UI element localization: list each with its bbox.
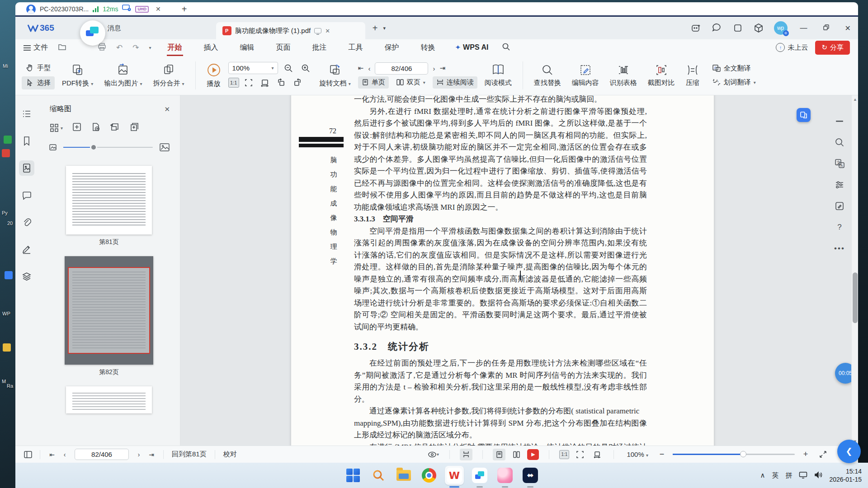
vertical-scrollbar[interactable]: ▲ ▼ [851, 95, 858, 446]
close-button[interactable]: ✕ [842, 24, 854, 33]
full-text-translate-button[interactable]: A 全文翻译 [708, 62, 760, 75]
panel-close-icon[interactable]: ✕ [164, 105, 170, 113]
select-tool-button[interactable]: 选择 [22, 76, 55, 89]
translate-tool-icon[interactable]: 文A [834, 158, 845, 169]
new-session-button[interactable]: + [182, 4, 187, 14]
larger-thumbs-icon[interactable] [159, 143, 170, 152]
customer-service-bubble[interactable]: ❮ [837, 440, 861, 463]
thumbnail-page-image[interactable] [66, 386, 152, 413]
print-icon[interactable] [98, 43, 106, 52]
compress-button[interactable]: 压缩 [682, 62, 703, 89]
wps-365-logo[interactable]: 365 [27, 23, 54, 33]
magnifier-tool-icon[interactable] [834, 136, 845, 148]
page-number-field[interactable]: 82/406 [375, 62, 428, 75]
status-single-page-icon[interactable] [493, 449, 505, 460]
outline-panel-icon[interactable] [19, 106, 34, 122]
thumbnail-page-image[interactable] [65, 256, 153, 365]
document-tab[interactable]: P 脑功能成像物理学 (1).pdf ✕ [216, 22, 365, 39]
restore-button[interactable] [820, 24, 832, 33]
status-zoom-in-icon[interactable]: + [799, 449, 812, 460]
cloud-status[interactable]: ↑ 未上云 [776, 43, 808, 52]
status-first-page-icon[interactable]: ⇤ [46, 449, 58, 460]
status-zoom-value[interactable]: 100% ▾ [627, 450, 648, 458]
thumbnail-item-3[interactable] [66, 386, 152, 413]
thumbnail-item-1[interactable]: 第81页 [66, 154, 152, 256]
menu-tab-8[interactable]: 转换 [420, 40, 436, 55]
display-tray-icon[interactable] [799, 471, 807, 480]
fit-page-button[interactable] [242, 76, 255, 89]
status-last-page-icon[interactable]: ⇥ [145, 449, 158, 460]
zoom-slider-knob[interactable] [740, 451, 746, 457]
annotate-tool-icon[interactable] [834, 200, 845, 212]
minimize-button[interactable]: — [797, 24, 810, 32]
next-page-icon[interactable]: › [433, 65, 435, 72]
status-page-field[interactable]: 82/406 [75, 449, 129, 460]
find-replace-button[interactable]: 查找替换 [530, 62, 565, 89]
wps-office-taskbar-icon[interactable]: W [445, 466, 464, 485]
status-zoom-slider[interactable] [673, 454, 795, 455]
zoom-select[interactable]: 100%▾ [228, 62, 278, 74]
edit-content-button[interactable]: 编辑内容 [568, 62, 603, 89]
help-icon[interactable]: ? [834, 221, 845, 233]
tab-messages[interactable]: 消息 [108, 24, 121, 33]
new-tab-button[interactable]: + [373, 23, 378, 33]
slider-knob[interactable] [90, 144, 97, 151]
tray-expand-icon[interactable]: ∧ [760, 471, 765, 479]
delete-page-button[interactable] [91, 122, 101, 134]
uhd-quality-badge[interactable]: UHD [135, 6, 149, 13]
document-viewport[interactable]: 72 脑功能成像物理学 一化方法,可能会使归一化图像中生成一些实际上并不存在的脑… [180, 95, 858, 446]
double-page-button[interactable]: 双页 ▾ [392, 76, 429, 89]
collapse-toolbar-icon[interactable] [834, 115, 845, 127]
menu-tab-2[interactable]: 插入 [203, 40, 219, 55]
more-tools-icon[interactable]: ••• [834, 243, 845, 254]
file-explorer-icon[interactable] [394, 466, 413, 485]
remote-session-tab[interactable]: PC-20230703R... 12ms UHD ✕ [22, 2, 165, 16]
split-merge-button[interactable]: 拆分合并 ▾ [149, 61, 188, 89]
workspace-cube-icon[interactable] [753, 23, 764, 33]
menu-tab-4[interactable]: 页面 [275, 40, 292, 55]
user-avatar[interactable]: wp♔ [774, 21, 788, 35]
status-prev-page-icon[interactable]: ‹ [58, 449, 71, 460]
bookmark-panel-icon[interactable] [19, 133, 34, 149]
signature-panel-icon[interactable] [19, 242, 34, 257]
first-page-icon[interactable]: ⇤ [358, 64, 364, 72]
thumbnail-layout-button[interactable]: ▾ [50, 123, 63, 132]
ime-pinyin-indicator[interactable]: 拼 [785, 471, 792, 480]
taskbar-clock[interactable]: 15:14 2026-01-15 [829, 467, 862, 483]
ai-assistant-icon[interactable] [691, 23, 702, 33]
view-options-icon[interactable]: ▾ [427, 449, 439, 460]
ime-english-indicator[interactable]: 英 [772, 471, 778, 480]
add-page-button[interactable] [72, 122, 82, 134]
scrollbar-thumb[interactable] [853, 272, 858, 323]
thumbnail-panel-icon[interactable] [19, 160, 34, 176]
search-icon[interactable] [502, 42, 510, 53]
close-doc-tab-icon[interactable]: ✕ [325, 28, 330, 34]
open-file-icon[interactable] [58, 43, 67, 52]
menu-tab-1[interactable]: 开始 [167, 40, 183, 55]
redo-icon[interactable]: ↷ [132, 43, 139, 52]
back-to-page-button[interactable]: 回到第81页 [172, 450, 207, 459]
read-mode-button[interactable]: 阅读模式 [481, 62, 515, 89]
zoom-in-icon[interactable] [299, 62, 312, 75]
extract-page-button[interactable] [129, 122, 139, 134]
chrome-icon[interactable] [420, 466, 439, 485]
volume-tray-icon[interactable] [814, 471, 822, 480]
status-zoom-out-icon[interactable]: − [656, 449, 668, 460]
last-page-icon[interactable]: ⇥ [439, 64, 445, 72]
proofread-button[interactable]: 校对 [223, 450, 237, 459]
multi-window-icon[interactable] [732, 23, 743, 33]
menu-tab-7[interactable]: 保护 [384, 40, 400, 55]
rotate-right-icon[interactable] [291, 76, 304, 89]
quick-translate-button[interactable] [797, 108, 811, 122]
remote-monitor-icon[interactable] [122, 5, 131, 14]
file-menu-button[interactable]: 文件 [24, 43, 48, 52]
share-button[interactable]: ↻ 分享 [815, 41, 850, 55]
fit-width-button[interactable] [258, 76, 272, 89]
single-page-button[interactable]: 单页 [358, 76, 389, 89]
hand-tool-button[interactable]: 手型 [22, 61, 55, 75]
thumbnail-page-image[interactable] [66, 166, 152, 235]
scroll-up-icon[interactable]: ▲ [852, 97, 858, 102]
actual-size-button[interactable]: 1:1 [228, 78, 239, 88]
quickbar-chevron-icon[interactable]: ▾ [149, 45, 151, 50]
photos-app-icon[interactable] [495, 466, 514, 485]
